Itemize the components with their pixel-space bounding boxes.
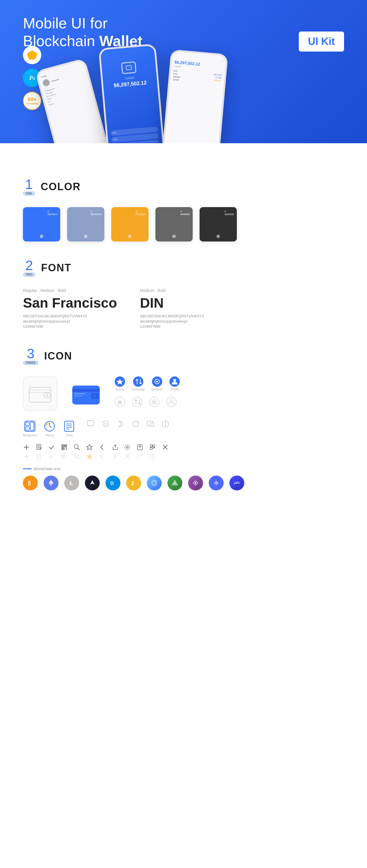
svg-marker-107 bbox=[153, 482, 156, 485]
phones-area: Profile Username Management Message Reit… bbox=[46, 29, 367, 143]
svg-rect-89 bbox=[64, 454, 67, 456]
small-icons-row-1 bbox=[87, 420, 169, 428]
profile-label: Profile bbox=[171, 388, 179, 391]
ps-label: Ps bbox=[29, 75, 35, 81]
check-ghost-icon bbox=[48, 453, 55, 460]
font-section-header: 2 TWO FONT bbox=[23, 259, 344, 277]
main-content: 1 ONE COLOR #3574FA #8DA0C8 #F5A623 bbox=[0, 143, 367, 507]
icon-section-num: 3 THREE bbox=[23, 347, 38, 365]
resize-icon bbox=[149, 444, 156, 451]
order-label: Order bbox=[65, 434, 73, 437]
svg-line-9 bbox=[29, 385, 32, 387]
svg-point-28 bbox=[132, 397, 142, 407]
sf-numbers: 1234567890 bbox=[23, 324, 117, 329]
color-num-label: ONE bbox=[23, 191, 35, 196]
svg-rect-5 bbox=[29, 387, 51, 402]
dash-icon: D bbox=[106, 475, 120, 490]
svg-rect-6 bbox=[29, 390, 51, 393]
circle-icon bbox=[132, 420, 140, 428]
search-ghost-icon bbox=[74, 453, 80, 460]
svg-rect-37 bbox=[30, 422, 34, 430]
icon-section-title: ICON bbox=[44, 350, 72, 362]
search-icon bbox=[74, 444, 80, 451]
back-ghost-icon bbox=[98, 453, 106, 460]
info-ghost-icon bbox=[149, 453, 156, 460]
exchange-ghost-icon bbox=[132, 397, 142, 407]
din-weights: Medium · Bold bbox=[140, 288, 204, 293]
svg-rect-44 bbox=[87, 421, 94, 426]
svg-rect-48 bbox=[150, 423, 154, 426]
din-lowercase: abcdefghijklmnopqrstuvwxyz bbox=[140, 319, 204, 323]
management-label: Mangment bbox=[23, 434, 36, 437]
svg-rect-79 bbox=[150, 447, 152, 450]
icon-main-display: Assets Exchange D bbox=[23, 376, 344, 411]
svg-point-33 bbox=[170, 399, 173, 402]
exchange-icon-group: Exchange bbox=[132, 376, 144, 391]
share-icon bbox=[111, 444, 118, 451]
screens-badge: 60+ Screens bbox=[23, 92, 41, 110]
svg-point-26 bbox=[173, 379, 176, 382]
svg-marker-93 bbox=[87, 454, 92, 459]
svg-rect-18 bbox=[74, 393, 85, 394]
wallet-wireframe-icon bbox=[23, 376, 57, 411]
svg-line-92 bbox=[78, 457, 79, 459]
color-card-blue: #3574FA bbox=[23, 207, 60, 242]
qr-icon bbox=[61, 444, 68, 451]
discover-icon-group: Discover bbox=[151, 376, 163, 391]
exchange-label: Exchange bbox=[132, 388, 144, 391]
moon-icon bbox=[117, 420, 125, 428]
din-uppercase: ABCDEFGHIJKLMNOPQRSTUVWXYZ bbox=[140, 314, 204, 318]
svg-rect-39 bbox=[64, 421, 74, 431]
redo-ghost-icon bbox=[137, 453, 143, 460]
svg-point-21 bbox=[133, 376, 143, 387]
wallet-solid-icon bbox=[69, 376, 103, 411]
discover-label: Discover bbox=[151, 388, 163, 391]
ethereum-icon bbox=[44, 475, 58, 490]
font-num-label: TWO bbox=[23, 273, 35, 277]
svg-point-45 bbox=[103, 421, 109, 424]
svg-rect-90 bbox=[62, 457, 64, 459]
color-section-header: 1 ONE COLOR bbox=[23, 178, 344, 196]
plus-ghost-icon bbox=[23, 453, 30, 460]
svg-rect-77 bbox=[150, 445, 152, 447]
safe-icon bbox=[167, 475, 182, 490]
sf-name: San Francisco bbox=[23, 295, 117, 311]
stack-icon bbox=[102, 420, 110, 428]
icon-num-label: THREE bbox=[23, 361, 38, 365]
svg-point-111 bbox=[195, 482, 196, 484]
crypto-icons-row: ₿ Ł D bbox=[23, 475, 344, 490]
hero-section: Mobile UI for Blockchain Wallet Ps 60+ S… bbox=[0, 0, 367, 143]
nav-icons-container: Assets Exchange D bbox=[115, 376, 180, 407]
din-numbers: 1234567890 bbox=[140, 324, 204, 329]
color-card-gray: #666666 bbox=[156, 207, 193, 242]
blockchain-line-decoration bbox=[23, 468, 32, 469]
font-section-num: 2 TWO bbox=[23, 259, 35, 277]
svg-marker-100 bbox=[49, 480, 53, 484]
svg-rect-78 bbox=[153, 445, 155, 447]
color-section-num: 1 ONE bbox=[23, 178, 35, 196]
forward-ghost-icon bbox=[111, 453, 118, 460]
utility-icons-ghost bbox=[23, 453, 344, 460]
zcash-icon: Z bbox=[126, 475, 141, 490]
font-section: Regular · Medium · Bold San Francisco AB… bbox=[23, 288, 344, 330]
phone-left: Profile Username Management Message Reit… bbox=[35, 58, 112, 143]
color-section-title: COLOR bbox=[41, 181, 81, 193]
svg-rect-35 bbox=[26, 422, 29, 426]
back-icon bbox=[98, 444, 106, 451]
profile-ghost-icon bbox=[166, 397, 177, 407]
svg-point-8 bbox=[46, 395, 48, 396]
profile-icon-group: Profile bbox=[169, 376, 180, 391]
svg-rect-34 bbox=[25, 421, 35, 431]
color-card-orange: #F5A623 bbox=[111, 207, 148, 242]
history-icon-group: History bbox=[43, 420, 56, 437]
svg-point-51 bbox=[165, 422, 166, 423]
svg-point-74 bbox=[126, 446, 128, 448]
sketch-badge bbox=[23, 46, 41, 64]
icon-num-big: 3 bbox=[27, 347, 35, 361]
font-col-sf: Regular · Medium · Bold San Francisco AB… bbox=[23, 288, 117, 330]
phone-right: + $6,297,502.12 myWallet BTC 788-2003 ET… bbox=[162, 49, 228, 143]
chat-icon bbox=[87, 420, 95, 428]
band-icon bbox=[209, 475, 224, 490]
star-icon bbox=[86, 444, 93, 451]
management-icon-group: Mangment bbox=[23, 420, 36, 437]
